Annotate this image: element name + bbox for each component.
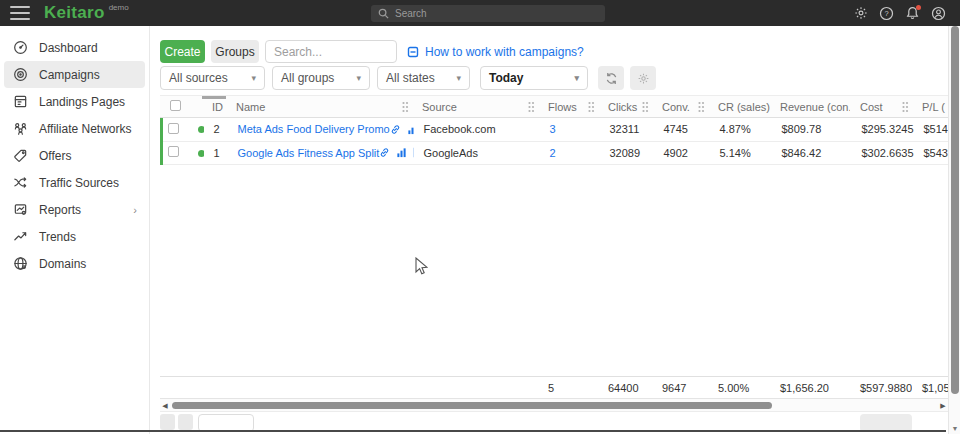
chevron-down-icon: ▾ bbox=[251, 73, 256, 83]
campaign-stats-icon[interactable] bbox=[396, 147, 407, 158]
column-header-name[interactable]: Name bbox=[226, 96, 412, 118]
cr-value: 4.87% bbox=[710, 118, 772, 141]
states-filter-value: All states bbox=[386, 71, 435, 85]
sidebar-item-campaigns[interactable]: Campaigns bbox=[4, 61, 145, 88]
campaign-name-link[interactable]: Google Ads Fitness App Split bbox=[238, 147, 380, 159]
refresh-button[interactable] bbox=[598, 66, 624, 90]
filter-bar: All sources ▾ All groups ▾ All states ▾ … bbox=[160, 66, 960, 90]
sources-filter-value: All sources bbox=[169, 71, 228, 85]
settings-gear-icon[interactable] bbox=[853, 6, 868, 21]
sidebar-item-affiliate-networks[interactable]: Affiliate Networks bbox=[4, 115, 145, 142]
help-link[interactable]: How to work with campaigns? bbox=[425, 45, 584, 59]
row-checkbox[interactable] bbox=[168, 123, 179, 134]
campaign-link-icon[interactable] bbox=[390, 124, 401, 135]
pl-value: $514 bbox=[914, 118, 949, 141]
pagination-prev-button[interactable] bbox=[160, 414, 175, 430]
date-range-select[interactable]: Today ▾ bbox=[480, 66, 588, 90]
user-avatar-icon[interactable] bbox=[931, 6, 946, 21]
horizontal-scroll-track[interactable] bbox=[170, 401, 938, 410]
horizontal-scroll-thumb[interactable] bbox=[172, 402, 772, 409]
toolbar: Create Groups How to work with campaigns… bbox=[160, 40, 960, 63]
campaign-stats-icon[interactable] bbox=[407, 124, 414, 135]
totals-cr: 5.00% bbox=[708, 377, 770, 399]
sidebar-item-label: Domains bbox=[39, 257, 86, 271]
notifications-bell-icon[interactable] bbox=[905, 6, 920, 21]
scroll-right-arrow-icon[interactable]: ▶ bbox=[938, 399, 948, 412]
create-button[interactable]: Create bbox=[160, 40, 205, 63]
table-row[interactable]: 2 Meta Ads Food Delivery Promo ••• bbox=[162, 118, 949, 141]
groups-button[interactable]: Groups bbox=[211, 40, 259, 63]
totals-revenue: $1,656.20 bbox=[770, 377, 850, 399]
totals-flows: 5 bbox=[538, 377, 598, 399]
scroll-down-arrow-icon[interactable]: ▼ bbox=[949, 425, 960, 432]
help-icon[interactable]: ? bbox=[879, 6, 894, 21]
campaign-link-icon[interactable] bbox=[379, 147, 390, 158]
table-body: 2 Meta Ads Food Delivery Promo ••• bbox=[160, 118, 948, 165]
bottom-edge-divider bbox=[0, 430, 946, 432]
column-header-cr-sales[interactable]: CR (sales) bbox=[708, 96, 770, 118]
chevron-down-icon: ▾ bbox=[574, 73, 579, 83]
topbar: Keitaro demo ? bbox=[0, 0, 960, 26]
sidebar-item-offers[interactable]: Offers bbox=[4, 142, 145, 169]
sidebar-item-label: Affiliate Networks bbox=[39, 122, 131, 136]
column-header-source[interactable]: Source bbox=[412, 96, 538, 118]
global-search-input[interactable] bbox=[395, 8, 598, 19]
dashboard-icon bbox=[12, 40, 28, 56]
flows-link[interactable]: 3 bbox=[550, 123, 556, 135]
column-header-pl[interactable]: P/L ( bbox=[912, 96, 948, 118]
revenue-value: $809.78 bbox=[772, 118, 852, 141]
flows-link[interactable]: 2 bbox=[550, 147, 556, 159]
offers-icon bbox=[12, 148, 28, 164]
column-header-clicks[interactable]: Clicks bbox=[598, 96, 652, 118]
column-header-id[interactable]: ID bbox=[202, 96, 226, 118]
column-drag-handle-icon[interactable] bbox=[697, 101, 708, 113]
totals-clicks: 64400 bbox=[598, 377, 652, 399]
app-window: Keitaro demo ? Dashbo bbox=[0, 0, 960, 434]
sidebar-item-trends[interactable]: Trends bbox=[4, 223, 145, 250]
pagination-next-button[interactable] bbox=[178, 414, 193, 430]
column-drag-handle-icon[interactable] bbox=[641, 101, 652, 113]
campaign-id: 2 bbox=[204, 118, 228, 141]
column-drag-handle-icon[interactable] bbox=[901, 101, 912, 113]
campaign-name-link[interactable]: Meta Ads Food Delivery Promo bbox=[238, 123, 390, 135]
vertical-scrollbar[interactable]: ▼ bbox=[948, 26, 960, 434]
sidebar-item-traffic-sources[interactable]: Traffic Sources bbox=[4, 169, 145, 196]
campaign-search-input[interactable] bbox=[265, 40, 397, 63]
sidebar-item-label: Offers bbox=[39, 149, 71, 163]
column-header-flows[interactable]: Flows bbox=[538, 96, 598, 118]
global-search[interactable] bbox=[371, 5, 605, 22]
affiliate-networks-icon bbox=[12, 121, 28, 137]
status-active-dot bbox=[198, 126, 204, 133]
sidebar-item-domains[interactable]: Domains bbox=[4, 250, 145, 277]
refresh-icon bbox=[605, 72, 618, 85]
column-header-revenue[interactable]: Revenue (con... bbox=[770, 96, 850, 118]
hamburger-menu-icon[interactable] bbox=[10, 6, 30, 20]
column-drag-handle-icon[interactable] bbox=[587, 101, 598, 113]
column-drag-handle-icon[interactable] bbox=[527, 101, 538, 113]
column-drag-handle-icon[interactable] bbox=[401, 101, 412, 113]
chevron-down-icon: ▾ bbox=[456, 73, 461, 83]
campaign-source: GoogleAds bbox=[414, 141, 540, 164]
sources-filter-select[interactable]: All sources ▾ bbox=[160, 66, 265, 90]
states-filter-select[interactable]: All states ▾ bbox=[377, 66, 470, 90]
totals-pl: $1,05 bbox=[912, 377, 948, 399]
row-checkbox[interactable] bbox=[168, 146, 179, 157]
date-range-value: Today bbox=[489, 71, 523, 85]
groups-filter-select[interactable]: All groups ▾ bbox=[272, 66, 370, 90]
vertical-scroll-thumb[interactable] bbox=[951, 26, 959, 394]
column-header-cost[interactable]: Cost bbox=[850, 96, 912, 118]
table-settings-button[interactable] bbox=[630, 66, 656, 90]
help-link-wrap[interactable]: How to work with campaigns? bbox=[407, 45, 584, 59]
totals-conv: 9647 bbox=[652, 377, 708, 399]
sidebar-item-dashboard[interactable]: Dashboard bbox=[4, 34, 145, 61]
campaigns-icon bbox=[12, 67, 28, 83]
select-all-checkbox[interactable] bbox=[170, 100, 181, 111]
column-header-conv[interactable]: Conv. bbox=[652, 96, 708, 118]
sidebar-item-landings-pages[interactable]: Landings Pages bbox=[4, 88, 145, 115]
horizontal-scrollbar[interactable]: ◀ ▶ bbox=[160, 399, 948, 412]
table-row[interactable]: 1 Google Ads Fitness App Split ••• bbox=[162, 141, 949, 164]
sidebar-item-label: Campaigns bbox=[39, 68, 100, 82]
conv-value: 4902 bbox=[654, 141, 710, 164]
sidebar-item-reports[interactable]: Reports › bbox=[4, 196, 145, 223]
scroll-left-arrow-icon[interactable]: ◀ bbox=[160, 399, 170, 412]
